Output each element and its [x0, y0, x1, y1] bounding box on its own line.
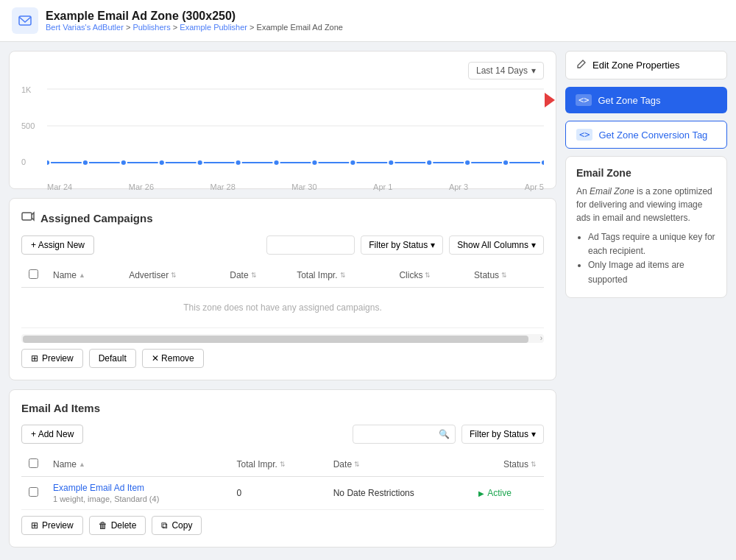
date-sort-icon[interactable]: ⇅ [251, 272, 257, 279]
breadcrumb: Bert Varias's AdButler > Publishers > Ex… [46, 23, 343, 32]
campaigns-remove-button[interactable]: ✕ Remove [142, 349, 204, 368]
preview-icon: ⊞ [31, 353, 38, 364]
ad-items-col-impr: Total Impr.⇅ [230, 453, 326, 477]
ad-item-name[interactable]: Example Email Ad Item [53, 483, 222, 493]
ad-items-filter-button[interactable]: Filter by Status ▾ [461, 425, 544, 444]
play-icon: ▶ [478, 489, 484, 497]
default-label: Default [99, 353, 127, 364]
ad-item-checkbox-cell[interactable] [21, 477, 46, 510]
email-zone-info-card: Email Zone An Email Zone is a zone optim… [565, 156, 727, 298]
ad-items-name-sort-icon[interactable]: ▲ [79, 461, 85, 468]
ad-item-date: No Date Restrictions [333, 488, 414, 498]
svg-point-10 [273, 160, 279, 166]
campaigns-preview-button[interactable]: ⊞ Preview [21, 349, 83, 368]
x-label-apr3: Apr 3 [449, 182, 468, 191]
advertiser-sort-icon[interactable]: ⇅ [171, 272, 177, 279]
name-sort-icon[interactable]: ▲ [79, 272, 85, 279]
ad-items-impr-sort-icon[interactable]: ⇅ [280, 461, 286, 468]
get-zone-conversion-button[interactable]: <> Get Zone Conversion Tag [565, 121, 727, 149]
scrollbar-arrow-icon: › [540, 334, 542, 343]
ad-items-delete-label: Delete [111, 520, 137, 531]
ad-items-preview-button[interactable]: ⊞ Preview [21, 516, 83, 535]
left-column: Last 14 Days ▾ 1K 500 0 [9, 51, 556, 551]
svg-rect-0 [19, 16, 31, 25]
assign-new-button[interactable]: + Assign New [21, 235, 94, 255]
remove-label: ✕ Remove [152, 353, 194, 364]
chevron-down-icon: ▾ [531, 65, 536, 76]
date-range-label: Last 14 Days [476, 65, 528, 76]
ad-items-copy-button[interactable]: ⧉ Copy [152, 516, 202, 535]
clicks-sort-icon[interactable]: ⇅ [425, 272, 431, 279]
select-all-header[interactable] [21, 263, 46, 288]
campaigns-search-input[interactable] [266, 235, 355, 255]
campaigns-empty-message: This zone does not have any assigned cam… [21, 288, 544, 328]
edit-zone-button[interactable]: Edit Zone Properties [565, 51, 727, 79]
ad-items-delete-button[interactable]: 🗑 Delete [89, 516, 146, 535]
campaigns-empty-row: This zone does not have any assigned cam… [21, 288, 544, 328]
ad-item-date-cell: No Date Restrictions [326, 477, 472, 510]
x-label-mar28: Mar 28 [210, 182, 236, 191]
assigned-campaigns-card: Assigned Campaigns + Assign New Filter b… [9, 198, 556, 380]
ad-items-bottom-actions: ⊞ Preview 🗑 Delete ⧉ Copy [21, 516, 544, 535]
campaigns-default-button[interactable]: Default [89, 349, 136, 368]
breadcrumb-zone: Example Email Ad Zone [257, 23, 343, 32]
svg-point-16 [503, 160, 509, 166]
select-all-checkbox[interactable] [29, 269, 38, 279]
ad-items-col-status: Status⇅ [471, 453, 544, 477]
chart-inner [47, 85, 544, 181]
edit-icon [576, 59, 587, 71]
campaigns-scrollbar[interactable]: › [21, 334, 544, 343]
filter-chevron-icon: ▾ [431, 240, 435, 250]
svg-point-7 [159, 160, 165, 166]
get-conversion-label: Get Zone Conversion Tag [598, 130, 707, 141]
email-zone-info-list: Ad Tags require a unique key for each re… [576, 230, 716, 287]
code-icon-conversion: <> [576, 129, 592, 141]
edit-zone-label: Edit Zone Properties [592, 60, 680, 71]
filter-status-label: Filter by Status [369, 240, 428, 250]
x-label-apr1: Apr 1 [373, 182, 392, 191]
ad-items-status-sort-icon[interactable]: ⇅ [531, 461, 537, 468]
campaigns-table-wrapper: Name▲ Advertiser⇅ Date⇅ Total Impr.⇅ Cli… [21, 263, 544, 328]
y-axis-labels: 1K 500 0 [21, 85, 43, 166]
chart-svg [47, 85, 544, 166]
scrollbar-thumb [23, 336, 528, 343]
svg-point-15 [464, 160, 470, 166]
status-sort-icon[interactable]: ⇅ [501, 272, 507, 279]
ad-items-table: Name▲ Total Impr.⇅ Date⇅ Status⇅ [21, 453, 544, 510]
col-status: Status⇅ [467, 263, 544, 288]
zone-icon [12, 7, 38, 34]
columns-chevron-icon: ▾ [531, 240, 536, 250]
y-label-500: 500 [21, 121, 43, 130]
campaigns-table-header-row: Name▲ Advertiser⇅ Date⇅ Total Impr.⇅ Cli… [21, 263, 544, 288]
impr-sort-icon[interactable]: ⇅ [340, 272, 346, 279]
ad-items-date-sort-icon[interactable]: ⇅ [354, 461, 360, 468]
ad-items-select-all-header[interactable] [21, 453, 46, 477]
ad-items-select-all-checkbox[interactable] [29, 458, 38, 468]
ad-item-checkbox[interactable] [29, 487, 38, 497]
breadcrumb-publisher[interactable]: Example Publisher [180, 23, 247, 32]
svg-point-14 [426, 160, 432, 166]
ad-items-preview-label: Preview [42, 520, 74, 531]
date-range-button[interactable]: Last 14 Days ▾ [468, 62, 544, 79]
col-name: Name▲ [46, 263, 121, 288]
ad-items-table-wrapper: Name▲ Total Impr.⇅ Date⇅ Status⇅ [21, 453, 544, 510]
right-column: Edit Zone Properties <> Get Zone Tags <>… [565, 51, 727, 551]
breadcrumb-adbutler[interactable]: Bert Varias's AdButler [46, 23, 124, 32]
ad-items-table-body: Example Email Ad Item 1 weight, image, S… [21, 477, 544, 510]
breadcrumb-publishers[interactable]: Publishers [132, 23, 170, 32]
ad-items-search-wrapper: 🔍 [353, 425, 456, 444]
ad-items-toolbar: + Add New 🔍 Filter by Status ▾ [21, 425, 544, 444]
filter-by-status-button[interactable]: Filter by Status ▾ [361, 235, 443, 255]
col-advertiser: Advertiser⇅ [121, 263, 222, 288]
ad-items-col-date: Date⇅ [326, 453, 472, 477]
get-zone-tags-button[interactable]: <> Get Zone Tags [565, 87, 727, 113]
svg-point-5 [82, 160, 88, 166]
info-point-2: Only Image ad items are supported [588, 258, 716, 286]
columns-label: Show All Columns [457, 240, 528, 250]
svg-point-9 [235, 160, 241, 166]
show-columns-button[interactable]: Show All Columns ▾ [449, 235, 544, 255]
col-clicks: Clicks⇅ [392, 263, 467, 288]
add-new-button[interactable]: + Add New [21, 425, 83, 444]
code-icon-tags: <> [576, 94, 592, 106]
col-total-impr: Total Impr.⇅ [289, 263, 392, 288]
